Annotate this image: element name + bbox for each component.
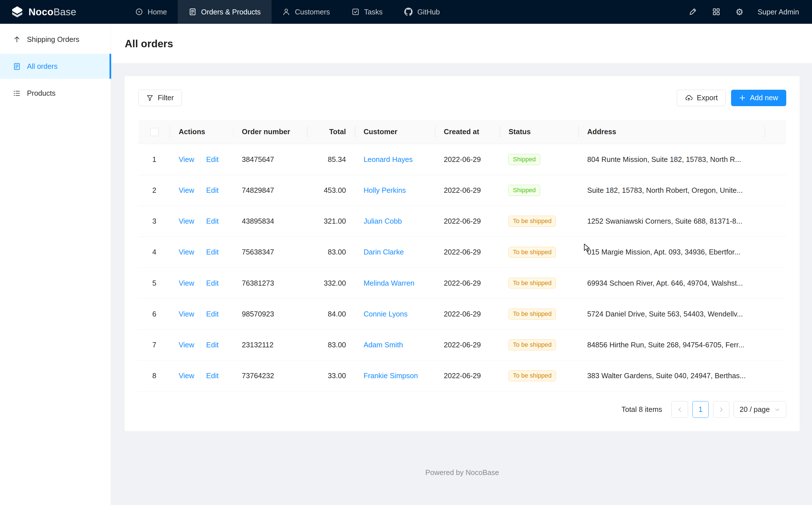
- nocobase-logo[interactable]: NocoBase: [0, 0, 111, 24]
- action-divider: [200, 280, 201, 287]
- action-divider: [200, 187, 201, 195]
- total-cell: 332.00: [307, 268, 355, 298]
- table-row: 4 ViewEdit 75638347 83.00 Darin Clarke 2…: [139, 237, 786, 268]
- nav-item-orders-products[interactable]: Orders & Products: [178, 0, 271, 24]
- column-header-address[interactable]: Address: [579, 120, 765, 144]
- customer-link[interactable]: Frankie Simpson: [363, 372, 418, 380]
- edit-link[interactable]: Edit: [206, 341, 219, 349]
- view-link[interactable]: View: [179, 341, 194, 349]
- customer-link[interactable]: Adam Smith: [363, 341, 403, 349]
- sidebar-item-all-orders[interactable]: All orders: [0, 54, 110, 79]
- row-index: 1: [139, 144, 170, 175]
- customer-cell: Adam Smith: [355, 330, 436, 360]
- edit-link[interactable]: Edit: [206, 279, 219, 287]
- customer-link[interactable]: Julian Cobb: [363, 217, 402, 225]
- action-divider: [200, 372, 201, 380]
- sidebar-item-label: Products: [27, 89, 55, 98]
- sidebar-item-products[interactable]: Products: [0, 81, 110, 106]
- spacer-cell: [765, 144, 786, 175]
- add-new-button[interactable]: Add new: [731, 90, 786, 107]
- customer-cell: Julian Cobb: [355, 206, 436, 237]
- powered-by-footer: Powered by NocoBase: [125, 469, 800, 483]
- settings-gear-icon[interactable]: ⚙: [734, 7, 745, 17]
- nav-item-home[interactable]: Home: [124, 0, 178, 24]
- page-1-button[interactable]: 1: [692, 401, 709, 418]
- total-cell: 85.34: [307, 144, 355, 175]
- customer-link[interactable]: Leonard Hayes: [363, 155, 413, 163]
- tasks-icon: [352, 8, 359, 16]
- next-page-button[interactable]: [713, 401, 730, 418]
- actions-cell: ViewEdit: [170, 360, 233, 391]
- chevron-down-icon: [774, 407, 780, 412]
- edit-link[interactable]: Edit: [206, 217, 219, 225]
- status-badge: To be shipped: [508, 216, 556, 227]
- user-menu[interactable]: Super Admin: [758, 8, 799, 16]
- page-size-select[interactable]: 20 / page: [734, 401, 786, 418]
- layout: Shipping Orders All orders Products All …: [0, 24, 812, 505]
- edit-link[interactable]: Edit: [206, 155, 219, 163]
- list-icon: [13, 90, 21, 97]
- view-link[interactable]: View: [179, 155, 194, 163]
- content-area: Filter Export: [111, 63, 812, 505]
- edit-link[interactable]: Edit: [206, 310, 219, 318]
- nav-item-customers[interactable]: Customers: [272, 0, 341, 24]
- nav-item-github[interactable]: GitHub: [393, 0, 451, 24]
- edit-link[interactable]: Edit: [206, 372, 219, 380]
- orders-document-icon: [13, 62, 21, 70]
- view-link[interactable]: View: [179, 217, 194, 225]
- spacer-cell: [765, 330, 786, 360]
- created-at-cell: 2022-06-29: [436, 299, 500, 330]
- edit-link[interactable]: Edit: [206, 248, 219, 256]
- export-label: Export: [697, 94, 718, 102]
- arrow-up-icon: [13, 35, 21, 43]
- customer-link[interactable]: Connie Lyons: [363, 310, 408, 318]
- order-number-cell: 23132112: [233, 330, 307, 360]
- view-link[interactable]: View: [179, 279, 194, 287]
- column-header-customer[interactable]: Customer: [355, 120, 436, 144]
- total-cell: 33.00: [307, 360, 355, 391]
- status-badge: To be shipped: [508, 370, 556, 381]
- order-number-cell: 74829847: [233, 175, 307, 206]
- created-at-cell: 2022-06-29: [436, 237, 500, 268]
- table-header: Actions Order number Total Customer Crea…: [139, 120, 786, 144]
- prev-page-button[interactable]: [671, 401, 688, 418]
- plugin-grid-icon[interactable]: [711, 7, 722, 17]
- customer-link[interactable]: Holly Perkins: [363, 186, 406, 194]
- filter-icon: [146, 94, 154, 102]
- row-index: 8: [139, 360, 170, 391]
- column-header-total[interactable]: Total: [307, 120, 355, 144]
- row-index: 4: [139, 237, 170, 268]
- order-number-cell: 73764232: [233, 360, 307, 391]
- total-cell: 321.00: [307, 206, 355, 237]
- spacer-cell: [765, 299, 786, 330]
- column-header-order-number[interactable]: Order number: [233, 120, 307, 144]
- total-cell: 453.00: [307, 175, 355, 206]
- sidebar-item-shipping-orders[interactable]: Shipping Orders: [0, 27, 110, 52]
- ui-editor-highlighter-icon[interactable]: [688, 7, 698, 17]
- select-all-checkbox[interactable]: [150, 128, 159, 136]
- main-area: All orders Filter: [111, 24, 812, 505]
- column-header-status[interactable]: Status: [500, 120, 579, 144]
- status-cell: Shipped: [500, 144, 579, 175]
- nav-item-tasks[interactable]: Tasks: [341, 0, 393, 24]
- export-button[interactable]: Export: [677, 90, 726, 107]
- customer-link[interactable]: Darin Clarke: [363, 248, 404, 256]
- view-link[interactable]: View: [179, 310, 194, 318]
- pagination: Total 8 items 1: [139, 401, 786, 418]
- address-cell: 84856 Hirthe Run, Suite 268, 94754-6705,…: [579, 330, 765, 360]
- view-link[interactable]: View: [179, 248, 194, 256]
- edit-link[interactable]: Edit: [206, 186, 219, 194]
- view-link[interactable]: View: [179, 186, 194, 194]
- view-link[interactable]: View: [179, 372, 194, 380]
- row-index: 3: [139, 206, 170, 237]
- navbar-right: ⚙ Super Admin: [688, 0, 812, 24]
- filter-button[interactable]: Filter: [139, 90, 182, 107]
- customer-link[interactable]: Melinda Warren: [363, 279, 415, 287]
- total-cell: 83.00: [307, 330, 355, 360]
- actions-cell: ViewEdit: [170, 144, 233, 175]
- actions-cell: ViewEdit: [170, 268, 233, 298]
- column-header-created-at[interactable]: Created at: [436, 120, 500, 144]
- action-divider: [200, 156, 201, 164]
- column-header-actions[interactable]: Actions: [170, 120, 233, 144]
- table-row: 8 ViewEdit 73764232 33.00 Frankie Simpso…: [139, 360, 786, 391]
